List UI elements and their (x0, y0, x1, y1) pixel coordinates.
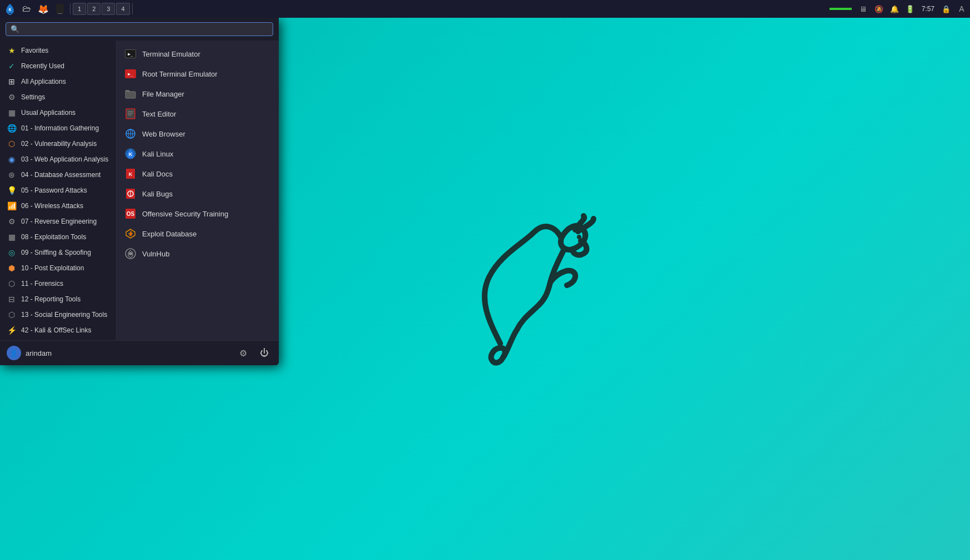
panel-item-offensive[interactable]: OS Offensive Security Training (117, 204, 279, 224)
kali-bugs-icon (124, 188, 137, 200)
clock: 7:57 (919, 5, 937, 13)
panel-item-kali-docs[interactable]: K Kali Docs (117, 164, 279, 184)
panel-item-terminal[interactable]: ▶_ Terminal Emulator (117, 44, 279, 64)
sidebar-item-12-reporting[interactable]: ⊟ 12 - Reporting Tools (1, 291, 115, 307)
svg-text:K: K (129, 152, 133, 157)
desktop: 🔍 ★ Favorites ✓ Recently Used ⊞ All Appl… (0, 18, 970, 560)
sidebar-item-recently-used[interactable]: ✓ Recently Used (1, 58, 115, 74)
workspace-1-button[interactable]: 1 (73, 3, 86, 15)
file-manager-icon (124, 88, 137, 100)
battery-icon[interactable]: 🔋 (904, 3, 916, 15)
sidebar-item-settings[interactable]: ⚙ Settings (1, 89, 115, 105)
kali-links-icon: ⚡ (7, 325, 17, 335)
panel-item-label: Kali Docs (142, 170, 173, 178)
sidebar-item-label: 02 - Vulnerability Analysis (21, 140, 97, 148)
svg-text:K: K (129, 171, 133, 177)
user-avatar: 👤 (7, 346, 21, 360)
sidebar-item-09-sniff[interactable]: ◎ 09 - Sniffing & Spoofing (1, 245, 115, 260)
panel-item-web-browser[interactable]: Web Browser (117, 124, 279, 144)
panel-item-kali-bugs[interactable]: Kali Bugs (117, 184, 279, 204)
sidebar-item-label: 07 - Reverse Engineering (21, 218, 97, 225)
sidebar-item-label: Recently Used (21, 62, 64, 70)
sidebar-item-05-pass[interactable]: 💡 05 - Password Attacks (1, 183, 115, 198)
menu-settings-button[interactable]: ⚙ (235, 345, 251, 361)
panel-item-kali-linux[interactable]: K Kali Linux (117, 144, 279, 164)
panel-item-label: Text Editor (142, 110, 176, 118)
sidebar-item-42-kali[interactable]: ⚡ 42 - Kali & OffSec Links (1, 322, 115, 338)
search-input[interactable] (23, 25, 268, 33)
svg-point-1 (577, 235, 581, 239)
sidebar-item-10-post[interactable]: ⬢ 10 - Post Exploitation (1, 260, 115, 276)
panel-item-file-manager[interactable]: File Manager (117, 84, 279, 104)
panel-item-label: Root Terminal Emulator (142, 70, 218, 78)
web-browser-icon (124, 128, 137, 140)
vulnhub-icon (124, 248, 137, 260)
firefox-taskbar-button[interactable]: 🦊 (36, 1, 51, 17)
menu-body: ★ Favorites ✓ Recently Used ⊞ All Applic… (0, 41, 279, 340)
panel-item-text-editor[interactable]: Text Editor (117, 104, 279, 124)
sniff-icon: ◎ (7, 248, 17, 258)
panel-item-root-terminal[interactable]: ▶_ Root Terminal Emulator (117, 64, 279, 84)
sidebar-item-label: 01 - Information Gathering (21, 124, 99, 132)
user-icon[interactable]: A (956, 3, 968, 15)
sidebar-item-11-forensics[interactable]: ⬡ 11 - Forensics (1, 276, 115, 291)
workspace-3-button[interactable]: 3 (102, 3, 115, 15)
menu-sidebar: ★ Favorites ✓ Recently Used ⊞ All Applic… (0, 41, 117, 340)
sidebar-item-label: 05 - Password Attacks (21, 186, 87, 194)
app-menu: 🔍 ★ Favorites ✓ Recently Used ⊞ All Appl… (0, 18, 279, 365)
sidebar-item-label: 42 - Kali & OffSec Links (21, 326, 92, 334)
power-button[interactable]: ⏻ (257, 345, 272, 361)
sidebar-item-label: 06 - Wireless Attacks (21, 202, 83, 210)
sidebar-item-13-social[interactable]: ⬡ 13 - Social Engineering Tools (1, 307, 115, 322)
search-input-wrap[interactable]: 🔍 (6, 22, 273, 36)
monitor-icon[interactable]: 🖥 (857, 3, 870, 15)
svg-text:OS: OS (127, 211, 135, 217)
web-app-icon: ◉ (7, 154, 17, 164)
sidebar-item-all-applications[interactable]: ⊞ All Applications (1, 74, 115, 89)
user-info[interactable]: 👤 arindam (7, 346, 52, 360)
kali-linux-icon: K (124, 148, 137, 160)
panel-item-label: Terminal Emulator (142, 50, 200, 58)
kali-logo-button[interactable]: K (2, 1, 18, 17)
sidebar-item-label: 04 - Database Assessment (21, 171, 100, 179)
panel-item-label: Exploit Database (142, 230, 197, 238)
menu-bottom-actions: ⚙ ⏻ (235, 345, 272, 361)
panel-item-exploit-db[interactable]: Exploit Database (117, 224, 279, 244)
panel-item-vulnhub[interactable]: VulnHub (117, 244, 279, 264)
sidebar-item-06-wireless[interactable]: 📶 06 - Wireless Attacks (1, 198, 115, 214)
sidebar-item-label: 09 - Sniffing & Spoofing (21, 249, 91, 256)
panel-item-label: Web Browser (142, 130, 185, 138)
menu-panel: ▶_ Terminal Emulator ▶_ Root Terminal Em… (117, 41, 279, 340)
sidebar-item-label: 10 - Post Exploitation (21, 264, 84, 272)
mute-icon[interactable]: 🔕 (873, 3, 885, 15)
sidebar-item-04-db[interactable]: ⊛ 04 - Database Assessment (1, 167, 115, 183)
network-indicator (830, 8, 852, 10)
sidebar-item-label: 12 - Reporting Tools (21, 295, 81, 303)
svg-text:K: K (9, 7, 12, 12)
svg-rect-2 (125, 92, 135, 98)
file-manager-taskbar-button[interactable]: 🗁 (19, 1, 34, 17)
sidebar-item-label: 11 - Forensics (21, 280, 63, 287)
text-editor-icon (124, 108, 137, 120)
workspace-2-button[interactable]: 2 (87, 3, 100, 15)
menu-bottom: 👤 arindam ⚙ ⏻ (0, 340, 279, 365)
power-icon: ⏻ (260, 348, 269, 358)
sidebar-item-01-info[interactable]: 🌐 01 - Information Gathering (1, 120, 115, 136)
workspace-4-button[interactable]: 4 (116, 3, 129, 15)
sidebar-item-label: 08 - Exploitation Tools (21, 233, 86, 241)
sidebar-item-03-web[interactable]: ◉ 03 - Web Application Analysis (1, 152, 115, 167)
sidebar-item-02-vuln[interactable]: ⬡ 02 - Vulnerability Analysis (1, 136, 115, 152)
separator-1 (70, 3, 71, 14)
kali-dragon-logo (456, 210, 611, 368)
terminal-taskbar-button[interactable]: _ (52, 1, 68, 17)
sidebar-item-usual-apps[interactable]: ▦ Usual Applications (1, 105, 115, 120)
sidebar-item-08-exploit[interactable]: ▦ 08 - Exploitation Tools (1, 229, 115, 245)
sidebar-item-favorites[interactable]: ★ Favorites (1, 43, 115, 58)
forensics-icon: ⬡ (7, 279, 17, 289)
sidebar-item-07-reverse[interactable]: ⚙ 07 - Reverse Engineering (1, 214, 115, 229)
search-bar: 🔍 (0, 18, 279, 41)
sidebar-item-label: All Applications (21, 78, 66, 85)
notification-icon[interactable]: 🔔 (888, 3, 901, 15)
lock-icon[interactable]: 🔒 (940, 3, 952, 15)
root-terminal-icon: ▶_ (124, 68, 137, 80)
